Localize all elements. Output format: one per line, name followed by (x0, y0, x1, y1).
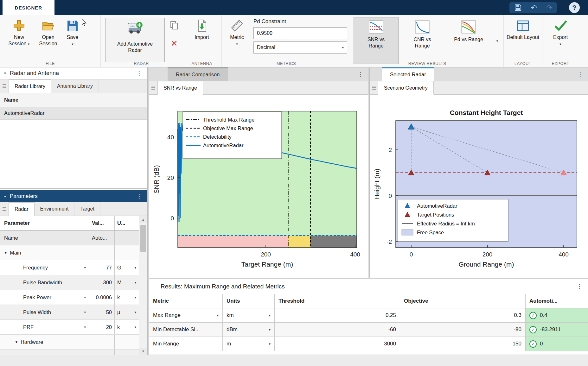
svg-text:Target Positions: Target Positions (417, 212, 454, 218)
param-group-main[interactable]: ▼Main (0, 245, 139, 260)
tab-radar-comparison[interactable]: Radar Comparison (168, 67, 228, 81)
import-button[interactable]: Import (187, 19, 216, 41)
section-label-antenna: ANTENNA (182, 61, 221, 66)
peak-power-unit-caret[interactable]: ▾ (134, 296, 136, 299)
scrollbar-thumb[interactable] (140, 225, 146, 252)
snr-vs-range-button[interactable]: SNR vs Range (354, 17, 399, 64)
svg-text:0: 0 (410, 251, 413, 258)
pd-vs-range-button[interactable]: Pd vs Range (446, 17, 491, 64)
tab-selected-radar[interactable]: Selected Radar (382, 67, 434, 81)
default-layout-label: Default Layout (507, 34, 539, 41)
default-layout-icon (516, 19, 530, 32)
units-dropdown-caret[interactable]: ▾ (269, 314, 271, 317)
cnr-vs-range-button[interactable]: CNR vs Range (400, 17, 445, 64)
svg-text:400: 400 (559, 251, 569, 258)
selected-radar-menu-icon[interactable]: ⋮ (575, 71, 585, 77)
redo-icon[interactable]: ↷ (546, 4, 552, 11)
parameters-drag-handle[interactable] (0, 202, 9, 216)
prf-dropdown-caret[interactable]: ▾ (84, 325, 86, 329)
peak-power-dropdown-caret[interactable]: ▾ (84, 296, 86, 299)
radar-antenna-menu-icon[interactable]: ⋮ (134, 70, 144, 76)
pulse-width-dropdown-caret[interactable]: ▾ (84, 311, 86, 314)
results-row-min-range[interactable]: Min Range m▾ 3000 150 ✓0 (149, 337, 588, 351)
ribbon: New Session ▾ Open Session Save▾ FILE (0, 15, 588, 67)
new-session-caret[interactable]: ▾ (28, 42, 30, 46)
scenario-geometry-chart: 20-20200400Constant Height TargetGround … (370, 95, 588, 278)
metric-caret[interactable]: ▾ (236, 42, 238, 46)
results-row-max-range[interactable]: Max Range▾ km▾ 0.25 0.3 ✓0.4 (149, 308, 588, 323)
metric-button[interactable]: Metric▾ (223, 19, 251, 47)
help-icon[interactable]: ? (569, 2, 580, 13)
library-row-automotiveradar[interactable]: AutomotiveRadar (0, 107, 147, 120)
copy-icon[interactable] (170, 21, 178, 30)
param-row-pulse-bandwidth[interactable]: Pulse Bandwidth 300 M▾ (0, 275, 139, 290)
frequency-unit-caret[interactable]: ▾ (134, 266, 136, 269)
tab-radar-library[interactable]: Radar Library (9, 79, 51, 93)
new-session-button[interactable]: New Session ▾ (4, 19, 34, 47)
param-row-noise-temperature[interactable]: Noise Te... 2900 K (0, 350, 139, 355)
export-caret[interactable]: ▾ (559, 42, 561, 46)
snr-panel-drag-handle[interactable] (149, 81, 157, 94)
prf-unit-caret[interactable]: ▾ (134, 325, 136, 329)
ribbon-section-layout: Default Layout LAYOUT (504, 15, 542, 67)
tab-scenario-geometry[interactable]: Scenario Geometry (378, 81, 434, 95)
export-button[interactable]: Export▾ (545, 19, 576, 47)
radar-comparison-menu-icon[interactable]: ⋮ (355, 71, 365, 77)
param-row-frequency[interactable]: Frequency▾ 77 G▾ (0, 260, 139, 275)
import-label: Import (195, 34, 209, 41)
group-expand-icon[interactable]: ▼ (15, 340, 18, 344)
scrollbar-down-icon[interactable]: ▼ (139, 348, 147, 355)
panel-drag-handle[interactable] (0, 79, 9, 93)
geometry-panel-drag-handle[interactable] (370, 81, 378, 94)
scrollbar-up-icon[interactable]: ▲ (139, 216, 147, 223)
undo-icon[interactable]: ↶ (531, 4, 537, 11)
section-label-radar: RADAR (101, 61, 182, 66)
ribbon-section-review: SNR vs Range CNR vs Range Pd vs Range (351, 15, 504, 67)
units-dropdown-caret[interactable]: ▾ (269, 328, 271, 331)
units-dropdown-caret[interactable]: ▾ (269, 342, 271, 346)
param-row-peak-power[interactable]: Peak Power▾ 0.0006 k▾ (0, 290, 139, 305)
group-expand-icon[interactable]: ▼ (4, 251, 7, 255)
cnr-vs-range-label: CNR vs Range (406, 36, 438, 49)
tab-parameters-radar[interactable]: Radar (9, 202, 35, 216)
param-group-hardware[interactable]: ▼Hardware (0, 335, 139, 350)
save-icon[interactable] (514, 4, 522, 11)
save-session-button[interactable]: Save▾ (63, 19, 82, 47)
save-caret[interactable]: ▾ (72, 42, 74, 46)
svg-text:Constant Height Target: Constant Height Target (450, 109, 523, 116)
delete-icon[interactable]: ✕ (171, 39, 178, 47)
svg-text:SNR (dB): SNR (dB) (153, 165, 160, 194)
radar-and-antenna-panel: ▼ Radar and Antenna ⋮ Radar Library Ante… (0, 67, 148, 355)
default-layout-button[interactable]: Default Layout (506, 19, 540, 41)
results-row-min-detectable[interactable]: Min Detectable Si... dBm▾ -60 -80 ✓-83.2… (149, 323, 588, 337)
pd-constraint-input[interactable]: 0.9500 (253, 27, 347, 39)
add-automotive-radar-button[interactable]: Add Automotive Radar (105, 18, 165, 62)
ribbon-section-radar: Add Automotive Radar ✕ RADAR (101, 15, 182, 67)
param-row-prf[interactable]: PRF▾ 20 k▾ (0, 320, 139, 335)
pulse-width-unit-caret[interactable]: ▾ (134, 311, 136, 314)
save-session-icon (66, 19, 79, 32)
tab-parameters-environment[interactable]: Environment (35, 202, 75, 216)
export-label: Export▾ (553, 34, 568, 47)
review-gallery-caret[interactable]: ▾ (493, 18, 502, 63)
radar-antenna-collapse-chevron[interactable]: ▼ (3, 72, 7, 75)
tab-parameters-target[interactable]: Target (74, 202, 100, 216)
format-select[interactable]: Decimal▾ (253, 41, 347, 54)
parameters-menu-icon[interactable]: ⋮ (134, 193, 144, 199)
tab-designer[interactable]: DESIGNER (3, 0, 54, 15)
frequency-dropdown-caret[interactable]: ▾ (84, 266, 86, 269)
param-row-pulse-width[interactable]: Pulse Width▾ 50 μ▾ (0, 305, 139, 320)
tab-antenna-library[interactable]: Antenna Library (51, 79, 99, 93)
pulse-bandwidth-unit-caret[interactable]: ▾ (134, 281, 136, 284)
parameters-collapse-chevron[interactable]: ▼ (3, 195, 7, 198)
param-row-name[interactable]: Name Auto... (0, 230, 139, 245)
ribbon-section-export: Export▾ EXPORT (542, 15, 578, 67)
tab-snr-vs-range[interactable]: SNR vs Range (157, 81, 203, 95)
svg-text:Height (m): Height (m) (373, 168, 380, 199)
metric-dropdown-caret[interactable]: ▾ (217, 314, 219, 317)
svg-text:Ground Range (m): Ground Range (m) (458, 261, 514, 268)
parameters-scrollbar[interactable]: ▲ ▼ (139, 216, 147, 355)
open-session-button[interactable]: Open Session (34, 19, 63, 47)
svg-text:Free Space: Free Space (417, 230, 444, 235)
results-menu-icon[interactable]: ⋮ (575, 283, 585, 289)
